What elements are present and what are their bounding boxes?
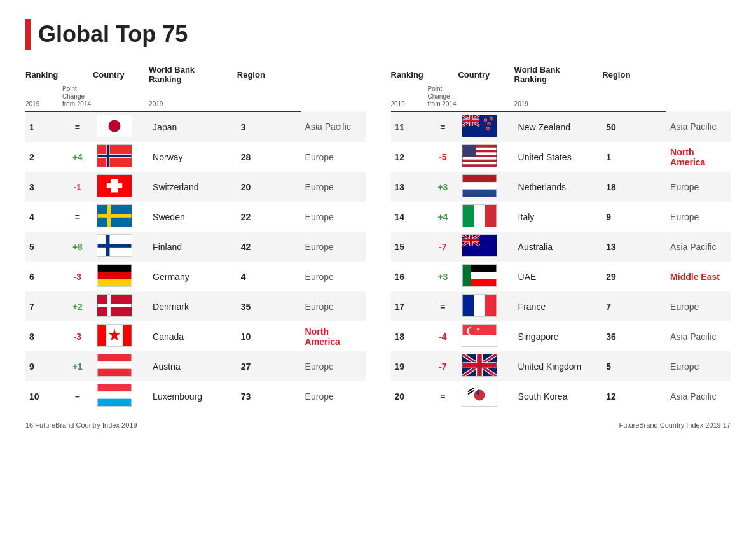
- wb-ranking: 4: [237, 262, 301, 291]
- svg-point-45: [486, 127, 490, 130]
- svg-point-43: [488, 122, 491, 125]
- country-name: Luxembourg: [149, 381, 237, 411]
- wb-ranking: 7: [602, 291, 666, 321]
- rank-cell: 6: [25, 262, 62, 291]
- wb-ranking: 12: [602, 381, 666, 411]
- subh-point-left: PointChangefrom 2014: [62, 85, 93, 111]
- country-name: Austria: [149, 351, 237, 381]
- table-row: 6-3Germany4Europe: [25, 262, 366, 291]
- country-name: UAE: [514, 262, 603, 291]
- th-region-left: Region: [237, 65, 301, 85]
- th-wb-left: World BankRanking: [149, 65, 237, 85]
- flag-kr: [462, 384, 497, 407]
- flag-cell: [458, 111, 514, 142]
- rank-cell: 13: [391, 172, 428, 202]
- flag-cell: [93, 232, 149, 262]
- rank-cell: 16: [391, 262, 428, 291]
- table-row: 3-1Switzerland20Europe: [25, 172, 366, 202]
- region-cell: North America: [666, 142, 731, 172]
- wb-ranking: 22: [237, 202, 301, 232]
- svg-rect-74: [485, 295, 497, 316]
- region-cell: Asia Pacific: [666, 232, 731, 262]
- left-table-section: Ranking Country World BankRanking Region…: [25, 65, 366, 411]
- change-cell: -3: [62, 262, 93, 291]
- th-country-right: Country: [458, 65, 514, 85]
- subh-year-right: 2019: [391, 85, 428, 111]
- table-row: 17=France7Europe: [391, 291, 731, 321]
- page-title: Global Top 75: [38, 21, 188, 48]
- change-cell: -4: [427, 321, 458, 351]
- svg-rect-76: [463, 335, 497, 346]
- rank-cell: 9: [25, 351, 62, 381]
- change-cell: +3: [427, 262, 458, 291]
- subh-year-left: 2019: [25, 85, 62, 111]
- footer: 16 FutureBrand Country Index 2019 Future…: [25, 421, 731, 429]
- country-name: South Korea: [514, 381, 603, 411]
- flag-cell: [93, 262, 149, 291]
- flag-us: [462, 144, 497, 167]
- region-cell: Asia Pacific: [666, 321, 731, 351]
- country-name: New Zealand: [514, 111, 603, 142]
- right-table: Ranking Country World BankRanking Region…: [391, 65, 731, 411]
- region-cell: Europe: [666, 291, 731, 321]
- flag-ae: [462, 264, 497, 287]
- rank-cell: 3: [25, 172, 62, 202]
- svg-rect-23: [97, 325, 106, 346]
- flag-cell: [93, 202, 149, 232]
- th-region-right: Region: [602, 65, 666, 85]
- change-cell: =: [427, 111, 458, 142]
- table-row: 19-7United Kingdom5Europe: [391, 351, 731, 381]
- rank-cell: 5: [25, 232, 62, 262]
- left-table: Ranking Country World BankRanking Region…: [25, 65, 366, 411]
- flag-nl: [462, 174, 497, 197]
- country-name: United States: [514, 142, 603, 172]
- change-cell: =: [427, 381, 458, 411]
- region-cell: Europe: [666, 202, 731, 232]
- table-row: 1=Japan3Asia Pacific: [25, 111, 366, 142]
- svg-rect-71: [471, 279, 497, 286]
- rank-cell: 10: [25, 381, 62, 411]
- svg-rect-88: [463, 363, 497, 368]
- subh-wb-year-right: 2019: [514, 85, 603, 111]
- wb-ranking: 5: [602, 351, 666, 381]
- svg-rect-9: [107, 183, 123, 188]
- change-cell: +2: [62, 291, 93, 321]
- wb-ranking: 28: [237, 142, 301, 172]
- rank-cell: 12: [391, 142, 428, 172]
- flag-no: [97, 144, 132, 167]
- table-row: 20=South Korea12Asia Pacific: [391, 381, 731, 411]
- th-ranking-left: Ranking: [25, 65, 93, 85]
- table-row: 13+3Netherlands18Europe: [391, 172, 731, 202]
- country-name: Singapore: [514, 321, 603, 351]
- region-cell: Asia Pacific: [666, 381, 731, 411]
- region-cell: Europe: [301, 262, 366, 291]
- wb-ranking: 50: [602, 111, 666, 142]
- region-cell: Europe: [301, 351, 366, 381]
- svg-rect-21: [97, 304, 131, 307]
- change-cell: +8: [62, 232, 93, 262]
- svg-rect-50: [463, 162, 497, 164]
- flag-cell: [93, 111, 149, 142]
- table-row: 15-7Australia13Asia Pacific: [391, 232, 731, 262]
- subh-region-blank-left: [237, 85, 301, 111]
- svg-rect-68: [463, 265, 471, 286]
- flag-cell: [458, 262, 514, 291]
- table-row: 11=New Zealand50Asia Pacific: [391, 111, 731, 142]
- table-row: 14+4Italy9Europe: [391, 202, 731, 232]
- flag-nz: [462, 115, 497, 137]
- svg-rect-24: [123, 325, 131, 346]
- country-name: United Kingdom: [514, 351, 603, 381]
- wb-ranking: 35: [237, 291, 301, 321]
- table-row: 10–Luxembourg73Europe: [25, 381, 366, 411]
- svg-point-42: [484, 118, 487, 122]
- rank-cell: 19: [391, 351, 428, 381]
- flag-gb: [462, 354, 497, 377]
- flag-cell: [93, 291, 149, 321]
- flag-sg: [462, 324, 497, 347]
- svg-rect-51: [463, 145, 476, 157]
- wb-ranking: 13: [602, 232, 666, 262]
- svg-rect-26: [97, 354, 131, 361]
- svg-rect-54: [463, 190, 497, 197]
- change-cell: +1: [62, 351, 93, 381]
- flag-cell: [93, 172, 149, 202]
